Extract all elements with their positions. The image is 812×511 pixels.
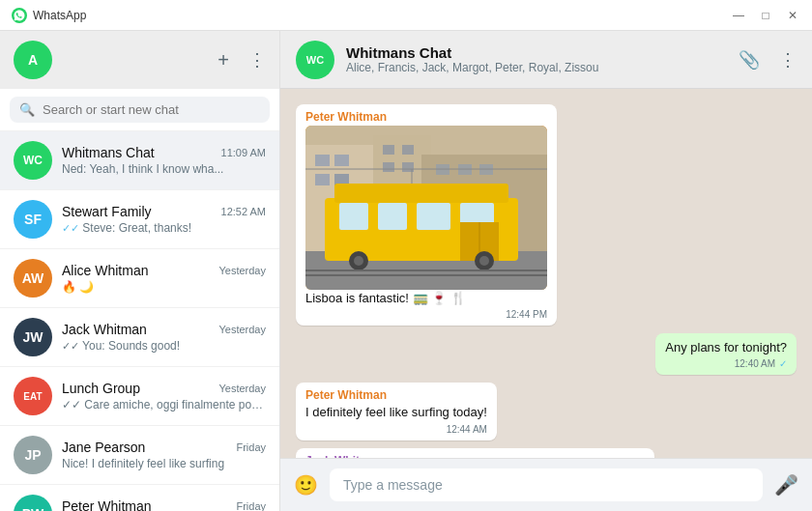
avatar-lunch: EAT <box>14 377 52 415</box>
svg-rect-21 <box>339 203 368 230</box>
bubble-text: Any plans for tonight? <box>665 339 787 356</box>
chat-header-avatar[interactable]: WC <box>296 41 334 79</box>
svg-rect-6 <box>334 155 349 166</box>
chat-info-lunch: Lunch Group Yesterday ✓✓ Care amiche, og… <box>62 381 266 412</box>
bubble-sender: Jack Whitman <box>305 454 645 458</box>
bubble-sender: Peter Whitman <box>305 110 547 124</box>
svg-rect-5 <box>315 155 330 166</box>
chat-time: 12:52 AM <box>221 206 266 217</box>
chat-header-name: Whitmans Chat <box>346 44 727 61</box>
bubble: Jack Whitman Tonight is the movie night!… <box>296 448 654 458</box>
message-peter-image: Peter Whitman <box>296 104 797 326</box>
titlebar: WhatsApp — □ ✕ <box>0 0 812 31</box>
chat-preview: Nice! I definitely feel like surfing <box>62 457 266 470</box>
chat-name: Whitmans Chat <box>62 145 155 160</box>
avatar-alice: AW <box>14 259 52 298</box>
bubble-meta: 12:44 PM <box>305 309 547 320</box>
svg-point-28 <box>354 256 363 266</box>
svg-rect-10 <box>402 145 414 155</box>
svg-rect-9 <box>383 145 394 155</box>
chat-info-whitmans: Whitmans Chat 11:09 AM Ned: Yeah, I thin… <box>62 145 266 176</box>
chat-header-members: Alice, Francis, Jack, Margot, Peter, Roy… <box>346 61 727 74</box>
svg-rect-20 <box>334 184 508 203</box>
chat-name: Alice Whitman <box>62 263 148 278</box>
app-title: WhatsApp <box>33 9 731 22</box>
chat-info-peter: Peter Whitman Friday Yeah, I think I kno… <box>62 498 266 511</box>
chat-name: Stewart Family <box>62 204 152 219</box>
svg-rect-7 <box>315 174 330 185</box>
chat-time: Yesterday <box>218 265 266 276</box>
search-icon: 🔍 <box>19 102 35 117</box>
chat-item-jane[interactable]: JP Jane Pearson Friday Nice! I definitel… <box>0 426 279 485</box>
chat-name: Jack Whitman <box>62 322 147 337</box>
chat-time: Friday <box>236 500 266 511</box>
bubble: Peter Whitman I definitely feel like sur… <box>296 383 497 440</box>
message-outgoing-plans: Any plans for tonight? 12:40 AM ✓ <box>296 333 797 375</box>
chat-preview: Ned: Yeah, I think I know wha... <box>62 162 266 176</box>
sidebar-header-icons: + ⋮ <box>218 49 266 71</box>
chat-preview: ✓✓ Steve: Great, thanks! <box>62 221 266 235</box>
sidebar: A + ⋮ 🔍 WC Whitmans Chat <box>0 31 280 511</box>
search-input[interactable] <box>43 102 260 117</box>
chat-item-whitmans[interactable]: WC Whitmans Chat 11:09 AM Ned: Yeah, I t… <box>0 131 279 190</box>
chat-item-stewart-family[interactable]: SF Stewart Family 12:52 AM ✓✓ Steve: Gre… <box>0 190 279 249</box>
bubble-sender: Peter Whitman <box>305 388 487 402</box>
chat-preview: 🔥 🌙 <box>62 280 266 294</box>
new-chat-icon[interactable]: + <box>218 49 229 71</box>
svg-rect-11 <box>383 162 394 172</box>
chat-name: Lunch Group <box>62 381 140 396</box>
chat-time: 11:09 AM <box>221 147 266 158</box>
more-options-icon[interactable]: ⋮ <box>248 49 266 71</box>
chat-time: Friday <box>236 441 266 453</box>
message-peter-surfing: Peter Whitman I definitely feel like sur… <box>296 383 797 440</box>
maximize-button[interactable]: □ <box>758 9 773 22</box>
message-input[interactable] <box>330 468 763 501</box>
messages-area: Peter Whitman <box>280 89 812 458</box>
svg-rect-22 <box>378 203 407 230</box>
chat-name: Peter Whitman <box>62 498 152 511</box>
app-container: A + ⋮ 🔍 WC Whitmans Chat <box>0 31 812 511</box>
bubble-time: 12:40 AM <box>735 358 775 369</box>
more-options-icon[interactable]: ⋮ <box>779 49 797 71</box>
chat-name: Jane Pearson <box>62 440 145 455</box>
chat-header: WC Whitmans Chat Alice, Francis, Jack, M… <box>280 31 812 89</box>
my-avatar[interactable]: A <box>14 41 52 79</box>
chat-info-stewart: Stewart Family 12:52 AM ✓✓ Steve: Great,… <box>62 204 266 235</box>
bubble-meta: 12:44 AM <box>305 424 487 435</box>
chat-info-jack: Jack Whitman Yesterday ✓✓ You: Sounds go… <box>62 322 266 353</box>
avatar-stewart: SF <box>14 200 52 239</box>
mic-icon[interactable]: 🎤 <box>774 473 798 497</box>
sidebar-header: A + ⋮ <box>0 31 279 89</box>
chat-item-peter[interactable]: PW Peter Whitman Friday Yeah, I think I … <box>0 485 279 511</box>
chat-time: Yesterday <box>218 324 266 335</box>
bubble-time: 12:44 AM <box>447 424 487 435</box>
paperclip-icon[interactable]: 📎 <box>739 49 760 71</box>
chat-time: Yesterday <box>218 383 266 394</box>
minimize-button[interactable]: — <box>731 9 746 22</box>
avatar-jane: JP <box>14 436 52 474</box>
whatsapp-logo-icon <box>12 8 27 23</box>
bubble: Any plans for tonight? 12:40 AM ✓ <box>655 333 797 375</box>
chat-item-jack[interactable]: JW Jack Whitman Yesterday ✓✓ You: Sounds… <box>0 308 279 367</box>
close-button[interactable]: ✕ <box>785 9 800 22</box>
chat-list: WC Whitmans Chat 11:09 AM Ned: Yeah, I t… <box>0 131 279 511</box>
chat-item-alice[interactable]: AW Alice Whitman Yesterday 🔥 🌙 <box>0 249 279 308</box>
chat-header-info: Whitmans Chat Alice, Francis, Jack, Marg… <box>346 44 727 74</box>
chat-header-icons: 📎 ⋮ <box>739 49 797 71</box>
chat-area: WC Whitmans Chat Alice, Francis, Jack, M… <box>280 31 812 511</box>
window-controls: — □ ✕ <box>731 9 800 22</box>
chat-preview: ✓✓ Care amiche, oggi finalmente posso <box>62 398 266 412</box>
bubble-text: I definitely feel like surfing today! <box>305 404 487 421</box>
avatar-jack: JW <box>14 318 52 356</box>
bubble-meta: 12:40 AM ✓ <box>665 358 787 369</box>
message-jack-movie: Jack Whitman Tonight is the movie night!… <box>296 448 797 458</box>
emoji-icon[interactable]: 🙂 <box>294 473 318 497</box>
svg-point-30 <box>479 256 489 266</box>
avatar-whitmans: WC <box>14 141 52 180</box>
input-area: 🙂 🎤 <box>280 458 812 511</box>
chat-preview: ✓✓ You: Sounds good! <box>62 339 266 353</box>
search-bar: 🔍 <box>0 89 279 131</box>
bubble-text: Lisboa is fantastic! 🚃 🍷 🍴 <box>305 290 547 307</box>
chat-item-lunch[interactable]: EAT Lunch Group Yesterday ✓✓ Care amiche… <box>0 367 279 426</box>
search-input-wrap: 🔍 <box>10 97 270 123</box>
